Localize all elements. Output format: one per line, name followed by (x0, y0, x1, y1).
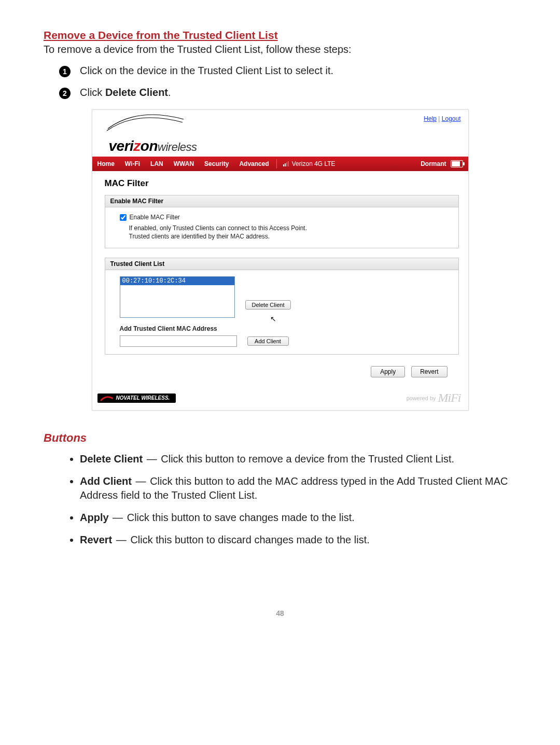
novatel-text: NOVATEL WIRELESS. (116, 395, 170, 401)
cursor-icon: ↖ (270, 315, 316, 323)
nav-wwan[interactable]: WWAN (169, 157, 199, 171)
step-text: Click on the device in the Trusted Clien… (80, 65, 333, 77)
battery-icon (451, 160, 463, 167)
step-text-pre: Click (80, 87, 105, 98)
brand-logo: verizonwireless (109, 138, 197, 154)
powered-label: powered by (407, 395, 436, 401)
trusted-client-panel: Trusted Client List 00:27:10:10:2C:34 De… (105, 258, 459, 355)
desc-text: Click this button to discard changes mad… (130, 534, 369, 545)
em-dash: — (112, 534, 130, 545)
desc-text: Click this button to remove a device fro… (161, 453, 454, 465)
nav-wifi[interactable]: Wi-Fi (120, 157, 145, 171)
enable-mac-checkbox[interactable] (120, 214, 127, 221)
step-number-icon: 2 (59, 88, 71, 99)
step-1: 1 Click on the device in the Trusted Cli… (59, 65, 516, 77)
footer-bar: NOVATEL WIRELESS. powered by MiFi (92, 388, 468, 410)
signal-bars-icon (283, 161, 289, 166)
section-subtitle: To remove a device from the Trusted Clie… (44, 44, 516, 55)
add-client-header: Add Trusted Client MAC Address (120, 325, 449, 332)
apply-button[interactable]: Apply (371, 366, 405, 377)
page-title: MAC Filter (105, 178, 459, 189)
dormant-label: Dormant (421, 160, 446, 167)
page-number: 48 (44, 609, 516, 617)
nav-security[interactable]: Security (199, 157, 234, 171)
action-row: Apply Revert (105, 364, 459, 388)
step-2: 2 Click Delete Client. (59, 87, 516, 99)
nav-advanced[interactable]: Advanced (234, 157, 274, 171)
enable-mac-note1: If enabled, only Trusted Clients can con… (129, 224, 449, 232)
panel-header: Trusted Client List (105, 258, 458, 270)
brand-on: on (141, 138, 158, 154)
help-link[interactable]: Help (424, 115, 437, 122)
add-client-button[interactable]: Add Client (247, 336, 289, 346)
step-text-bold: Delete Client (105, 87, 168, 98)
top-links: Help | Logout (92, 110, 468, 122)
steps-list: 1 Click on the device in the Trusted Cli… (44, 65, 516, 99)
buttons-description-list: Delete Client — Click this button to rem… (44, 452, 516, 547)
desc-text: Click this button to save changes made t… (127, 512, 355, 523)
em-dash: — (109, 512, 127, 523)
mifi-logo: MiFi (438, 391, 461, 405)
nav-home[interactable]: Home (92, 157, 120, 171)
enable-mac-panel: Enable MAC Filter Enable MAC Filter If e… (105, 195, 459, 248)
desc-delete-client: Delete Client — Click this button to rem… (80, 452, 516, 466)
novatel-badge: NOVATEL WIRELESS. (97, 393, 176, 403)
delete-client-button[interactable]: Delete Client (245, 300, 291, 310)
enable-mac-label: Enable MAC Filter (130, 214, 180, 221)
panel-header: Enable MAC Filter (105, 195, 458, 207)
em-dash: — (143, 453, 161, 465)
desc-revert: Revert — Click this button to discard ch… (80, 533, 516, 547)
enable-mac-note2: Trusted clients are identified by their … (129, 232, 449, 241)
brand-z: z (133, 138, 141, 154)
brand-veri: veri (109, 138, 134, 154)
desc-name: Add Client (80, 475, 132, 487)
desc-name: Revert (80, 534, 112, 545)
novatel-swoosh-icon (101, 395, 113, 401)
desc-apply: Apply — Click this button to save change… (80, 511, 516, 525)
logout-link[interactable]: Logout (442, 115, 461, 122)
section-title: Remove a Device from the Trusted Client … (44, 29, 516, 41)
brand-wireless: wireless (158, 140, 197, 153)
em-dash: — (132, 475, 150, 487)
nav-bar: Home Wi-Fi LAN WWAN Security Advanced Ve… (92, 157, 468, 171)
step-text-post: . (168, 87, 171, 98)
status-area: Verizon 4G LTE (277, 160, 342, 167)
trusted-client-item[interactable]: 00:27:10:10:2C:34 (120, 277, 234, 285)
buttons-section-title: Buttons (44, 431, 516, 445)
step-text: Click Delete Client. (80, 87, 171, 99)
nav-lan[interactable]: LAN (145, 157, 169, 171)
brand-area: verizonwireless (92, 122, 468, 157)
carrier-label: Verizon 4G LTE (292, 160, 335, 167)
screenshot-panel: Help | Logout verizonwireless Home Wi-Fi… (92, 109, 469, 411)
step-number-icon: 1 (59, 66, 71, 77)
revert-button[interactable]: Revert (411, 366, 447, 377)
desc-add-client: Add Client — Click this button to add th… (80, 474, 516, 502)
desc-name: Apply (80, 512, 109, 523)
trusted-client-listbox[interactable]: 00:27:10:10:2C:34 (120, 276, 235, 318)
desc-name: Delete Client (80, 453, 143, 465)
add-mac-input[interactable] (120, 335, 237, 347)
powered-by: powered by MiFi (407, 391, 461, 405)
